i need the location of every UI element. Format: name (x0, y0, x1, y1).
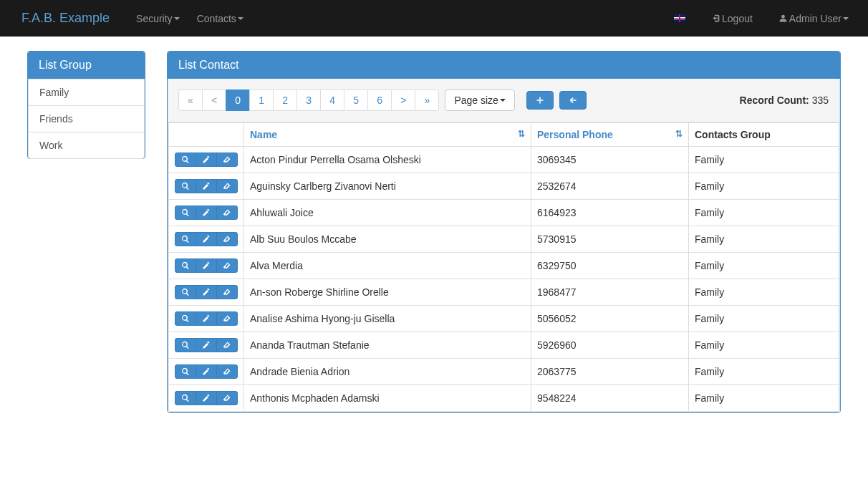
edit-button[interactable] (196, 232, 217, 246)
back-button[interactable] (559, 91, 587, 110)
edit-button[interactable] (196, 285, 217, 299)
edit-button[interactable] (196, 153, 217, 167)
edit-icon (202, 208, 211, 217)
record-count: Record Count: 335 (740, 95, 829, 106)
page-size-dropdown[interactable]: Page size (445, 89, 514, 111)
edit-button[interactable] (196, 179, 217, 193)
toolbar: «<0123456>» Page size Record Count: 335 (168, 79, 840, 122)
edit-button[interactable] (196, 391, 217, 405)
view-button[interactable] (175, 153, 196, 167)
view-button[interactable] (175, 179, 196, 193)
delete-button[interactable] (216, 205, 238, 220)
search-icon (181, 208, 190, 217)
edit-button[interactable] (196, 258, 217, 273)
arrow-left-icon (569, 96, 577, 105)
edit-icon (202, 314, 211, 323)
page-<[interactable]: < (202, 89, 226, 111)
cell-group: Family (689, 359, 839, 385)
pagination: «<0123456>» (179, 89, 439, 111)
table-row: Aguinsky Carlberg Zivanovi Nerti2532674F… (169, 173, 839, 200)
sidebar-item-family[interactable]: Family (28, 79, 145, 106)
delete-button[interactable] (216, 364, 238, 379)
col-phone[interactable]: Personal Phone ⇅ (531, 123, 689, 147)
sidebar-item-friends[interactable]: Friends (28, 105, 145, 132)
edit-button[interactable] (196, 205, 217, 220)
cell-group: Family (689, 200, 839, 226)
edit-icon (202, 341, 211, 349)
cell-name: Ahluwali Joice (244, 200, 531, 226)
cell-phone: 9548224 (531, 385, 689, 412)
menu-contacts[interactable]: Contacts (188, 2, 252, 35)
caret-icon (843, 17, 849, 20)
delete-button[interactable] (216, 311, 238, 326)
user-menu[interactable]: Admin User (770, 2, 857, 35)
cell-name: An-son Roberge Shirline Orelle (244, 279, 531, 306)
erase-icon (223, 367, 231, 376)
page-6[interactable]: 6 (367, 89, 392, 111)
cell-name: Alb Suu Boulos Mccabe (244, 226, 531, 253)
cell-group: Family (689, 332, 839, 359)
edit-icon (202, 155, 211, 164)
page-0[interactable]: 0 (226, 89, 250, 111)
col-phone-label: Personal Phone (537, 129, 613, 140)
page-4[interactable]: 4 (320, 89, 344, 111)
cell-group: Family (689, 147, 839, 173)
table-row: Ananda Trautman Stefanie5926960Family (169, 332, 839, 359)
page-«[interactable]: « (178, 89, 203, 111)
caret-icon (238, 17, 243, 20)
view-button[interactable] (175, 311, 196, 326)
delete-button[interactable] (216, 391, 238, 405)
table-row: An-son Roberge Shirline Orelle1968477Fam… (169, 279, 839, 306)
cell-phone: 5056052 (531, 306, 689, 332)
search-icon (181, 155, 190, 164)
user-label: Admin User (789, 13, 842, 24)
table-row: Ahluwali Joice6164923Family (169, 200, 839, 226)
sidebar-item-work[interactable]: Work (28, 132, 145, 159)
view-button[interactable] (175, 205, 196, 220)
language-flag[interactable] (665, 4, 694, 33)
col-name[interactable]: Name ⇅ (244, 123, 531, 147)
page-2[interactable]: 2 (273, 89, 297, 111)
search-icon (181, 314, 190, 323)
menu-security[interactable]: Security (127, 2, 188, 35)
edit-button[interactable] (196, 311, 217, 326)
delete-button[interactable] (216, 338, 238, 352)
edit-button[interactable] (196, 364, 217, 379)
page-5[interactable]: 5 (344, 89, 368, 111)
logout-icon (711, 14, 720, 23)
page->[interactable]: > (391, 89, 415, 111)
cell-name: Acton Pindur Perrella Osama Olsheski (244, 147, 531, 173)
user-icon (778, 14, 788, 23)
brand-link[interactable]: F.A.B. Example (11, 0, 120, 37)
edit-icon (202, 394, 211, 402)
view-button[interactable] (175, 364, 196, 379)
edit-icon (202, 288, 211, 296)
erase-icon (223, 182, 231, 190)
edit-button[interactable] (196, 338, 217, 352)
delete-button[interactable] (216, 179, 238, 193)
view-button[interactable] (175, 232, 196, 246)
delete-button[interactable] (216, 285, 238, 299)
add-button[interactable] (526, 91, 554, 110)
search-icon (181, 367, 190, 376)
view-button[interactable] (175, 338, 196, 352)
cell-group: Family (689, 279, 839, 306)
delete-button[interactable] (216, 232, 238, 246)
view-button[interactable] (175, 285, 196, 299)
menu-contacts-label: Contacts (197, 13, 236, 24)
delete-button[interactable] (216, 258, 238, 273)
delete-button[interactable] (216, 153, 238, 167)
cell-phone: 3069345 (531, 147, 689, 173)
page-1[interactable]: 1 (249, 89, 274, 111)
view-button[interactable] (175, 391, 196, 405)
view-button[interactable] (175, 258, 196, 273)
page-»[interactable]: » (415, 89, 439, 111)
col-group-label: Contacts Group (695, 129, 771, 140)
cell-name: Anthonis Mcphaden Adamski (244, 385, 531, 412)
erase-icon (223, 314, 231, 323)
search-icon (181, 235, 190, 243)
erase-icon (223, 394, 231, 402)
search-icon (181, 341, 190, 349)
page-3[interactable]: 3 (296, 89, 321, 111)
logout-link[interactable]: Logout (703, 2, 761, 35)
